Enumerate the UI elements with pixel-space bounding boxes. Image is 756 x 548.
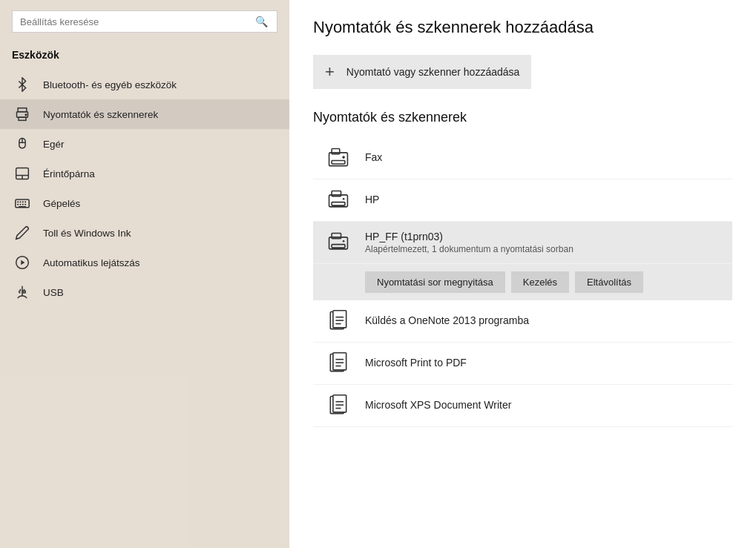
usb-icon [12,285,33,300]
svg-point-32 [342,156,345,159]
sidebar-item-label-typing: Gépelés [43,198,80,209]
page-title: Nyomtatók és szkennerek hozzáadása [313,18,732,37]
sidebar-item-label-usb: USB [43,287,64,298]
xps-name: Microsoft XPS Document Writer [365,399,720,411]
svg-rect-39 [332,245,345,248]
search-box-wrapper: 🔍 [0,0,289,43]
search-box: 🔍 [12,10,277,33]
svg-rect-25 [23,291,25,293]
xps-info: Microsoft XPS Document Writer [365,399,720,412]
search-input[interactable] [20,16,254,27]
svg-point-36 [343,198,345,200]
onenote-name: Küldés a OneNote 2013 programba [365,314,720,326]
xps-icon [325,394,352,417]
svg-point-40 [343,240,345,242]
pdf-info: Microsoft Print to PDF [365,357,720,370]
svg-rect-35 [332,202,345,205]
hp-ff-info: HP_FF (t1prn03) Alapértelmezett, 1 dokum… [365,231,720,254]
sidebar-item-label-touchpad: Érintőpárna [43,168,95,179]
svg-point-3 [25,114,27,116]
manage-button[interactable]: Kezelés [511,271,569,293]
sidebar-item-autoplay[interactable]: Automatikus lejátszás [0,248,289,277]
hp-ff-printer-icon [325,231,352,254]
sidebar-item-usb[interactable]: USB [0,277,289,307]
autoplay-icon [12,255,33,270]
printer-item-onenote[interactable]: Küldés a OneNote 2013 programba [313,300,732,343]
svg-rect-31 [332,161,345,164]
keyboard-icon [12,196,33,211]
hp-ff-name: HP_FF (t1prn03) [365,231,720,242]
sidebar-item-mouse[interactable]: Egér [0,129,289,159]
search-button[interactable]: 🔍 [254,16,269,27]
svg-rect-2 [19,117,26,120]
section-title: Nyomtatók és szkennerek [313,110,732,125]
printer-item-fax[interactable]: Fax [313,137,732,179]
pdf-icon [325,351,352,375]
add-printer-label: Nyomtató vagy szkenner hozzáadása [346,66,519,78]
printer-item-pdf[interactable]: Microsoft Print to PDF [313,343,732,385]
pen-icon [12,225,33,240]
sidebar-item-touchpad[interactable]: Érintőpárna [0,159,289,188]
sidebar-item-label-mouse: Egér [43,139,65,150]
sidebar: 🔍 Eszközök Bluetooth- és egyéb eszközök … [0,0,289,548]
main-content: Nyomtatók és szkennerek hozzáadása + Nyo… [289,0,756,548]
plus-icon: + [325,62,335,82]
hp-name: HP [365,194,720,205]
mouse-icon [12,136,33,151]
printer-icon-sidebar [12,107,33,122]
open-queue-button[interactable]: Nyomtatási sor megnyitása [365,271,505,293]
fax-info: Fax [365,151,720,165]
remove-button[interactable]: Eltávolítás [575,271,643,293]
onenote-icon [325,309,352,333]
fax-icon [325,146,352,170]
bluetooth-icon [12,77,33,92]
hp-printer-icon [325,188,352,212]
svg-rect-42 [333,311,346,328]
printer-item-xps[interactable]: Microsoft XPS Document Writer [313,385,732,427]
sidebar-heading: Eszközök [0,43,289,70]
onenote-info: Küldés a OneNote 2013 programba [365,314,720,328]
fax-name: Fax [365,151,720,163]
sidebar-item-pen[interactable]: Toll és Windows Ink [0,218,289,248]
sidebar-item-label-bluetooth: Bluetooth- és egyéb eszközök [43,79,177,90]
add-printer-button[interactable]: + Nyomtató vagy szkenner hozzáadása [313,55,531,89]
printer-item-hp-ff[interactable]: HP_FF (t1prn03) Alapértelmezett, 1 dokum… [313,222,732,264]
sidebar-item-typing[interactable]: Gépelés [0,188,289,218]
svg-rect-52 [333,395,346,412]
sidebar-item-bluetooth[interactable]: Bluetooth- és egyéb eszközök [0,70,289,99]
svg-rect-47 [333,353,346,370]
pdf-name: Microsoft Print to PDF [365,357,720,369]
hp-info: HP [365,194,720,207]
touchpad-icon [12,166,33,181]
printer-item-hp[interactable]: HP [313,179,732,222]
svg-marker-21 [21,260,24,265]
sidebar-item-printers[interactable]: Nyomtatók és szkennerek [0,99,289,129]
hp-ff-status: Alapértelmezett, 1 dokumentum a nyomtatá… [365,244,720,254]
sidebar-item-label-printers: Nyomtatók és szkennerek [43,109,158,120]
printer-actions: Nyomtatási sor megnyitása Kezelés Eltávo… [313,264,732,300]
sidebar-item-label-pen: Toll és Windows Ink [43,228,131,239]
sidebar-item-label-autoplay: Automatikus lejátszás [43,257,140,268]
